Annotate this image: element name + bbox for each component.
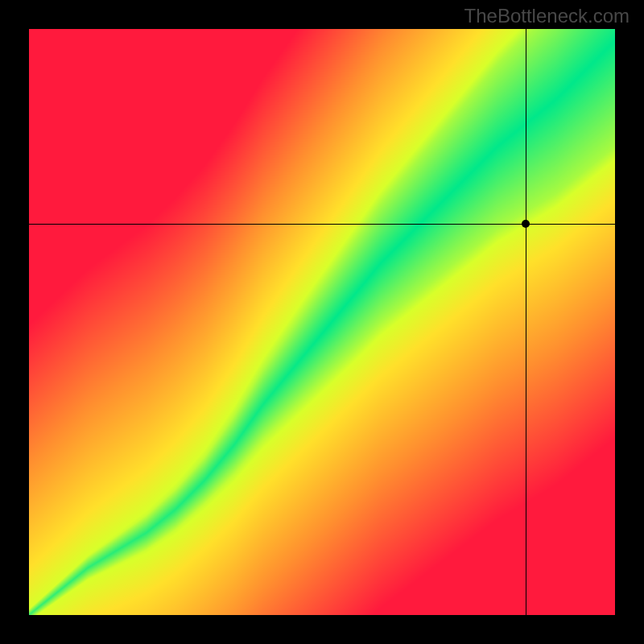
watermark-text: TheBottleneck.com xyxy=(464,5,630,27)
heatmap-chart xyxy=(29,29,615,615)
crosshair-marker xyxy=(522,220,530,228)
crosshair-vertical xyxy=(526,29,527,615)
heatmap-canvas xyxy=(29,29,615,615)
